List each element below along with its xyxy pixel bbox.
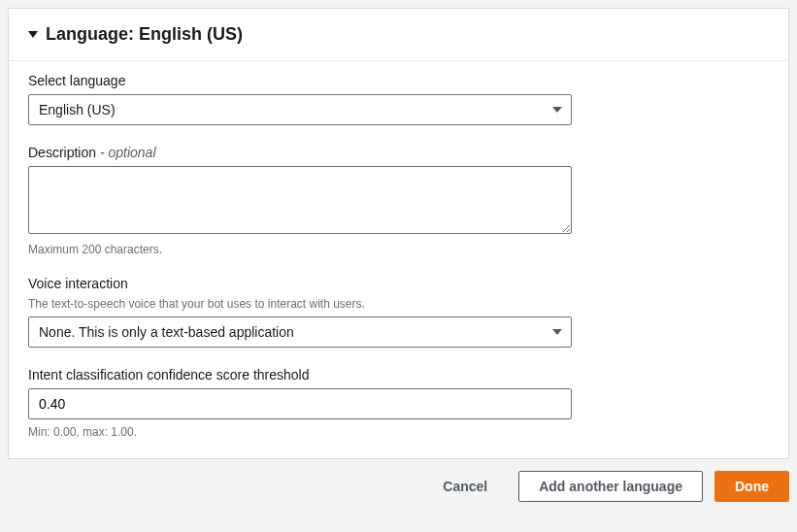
threshold-help: Min: 0.00, max: 1.00. [28,425,769,439]
add-another-language-button[interactable]: Add another language [518,471,703,502]
done-button[interactable]: Done [714,471,789,502]
select-language-field: Select language English (US) [28,73,769,125]
panel-title: Language: English (US) [46,24,243,45]
description-optional-tag: - optional [96,145,155,160]
panel-header[interactable]: Language: English (US) [9,9,788,60]
select-language-value: English (US) [39,102,116,117]
threshold-field: Intent classification confidence score t… [28,367,769,439]
select-language-dropdown[interactable]: English (US) [28,94,572,125]
threshold-label: Intent classification confidence score t… [28,367,769,382]
button-row: Cancel Add another language Done [8,459,789,506]
description-input[interactable] [28,166,572,234]
description-help: Maximum 200 characters. [28,243,769,256]
panel-body: Select language English (US) Description… [9,60,788,458]
collapse-caret-icon [28,31,38,38]
cancel-button[interactable]: Cancel [423,471,507,502]
description-label: Description - optional [28,145,769,160]
language-panel: Language: English (US) Select language E… [8,8,789,459]
description-label-text: Description [28,145,96,160]
voice-interaction-dropdown[interactable]: None. This is only a text-based applicat… [28,316,572,348]
threshold-input[interactable] [28,388,572,419]
voice-interaction-label: Voice interaction [28,276,769,291]
select-language-label: Select language [28,73,769,88]
voice-interaction-field: Voice interaction The text-to-speech voi… [28,276,769,348]
voice-interaction-hint: The text-to-speech voice that your bot u… [28,297,769,311]
voice-interaction-value: None. This is only a text-based applicat… [39,324,294,340]
description-field: Description - optional Maximum 200 chara… [28,145,769,256]
